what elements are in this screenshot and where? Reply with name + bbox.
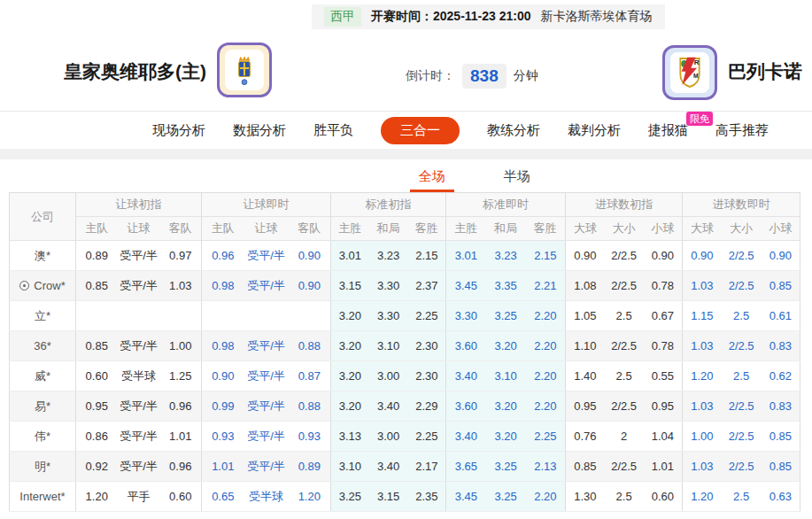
odds-cell: 1.04 (644, 422, 683, 452)
group-header-goals-initial: 进球数初指 (566, 193, 683, 217)
table-row: 伟*0.86受平/半1.010.93受平/半0.933.133.002.253.… (10, 422, 800, 452)
odds-cell: 2.35 (408, 482, 446, 512)
odds-cell: 3.35 (486, 271, 526, 301)
odds-cell (244, 301, 289, 331)
tab-half-match[interactable]: 半场 (495, 163, 539, 192)
company-cell[interactable]: Crow* (10, 271, 76, 301)
odds-cell: 3.40 (446, 422, 486, 452)
odds-cell: 2/2.5 (605, 331, 644, 361)
odds-cell: 0.96 (160, 452, 202, 482)
column-header: 小球 (762, 217, 800, 241)
odds-cell: 受平/半 (118, 391, 160, 422)
odds-cell: 0.88 (289, 391, 331, 422)
odds-cell: 0.85 (762, 271, 800, 301)
group-header-standard-initial: 标准初指 (331, 193, 446, 217)
venue-name: 新卡洛斯蒂埃体育场 (541, 9, 653, 25)
odds-cell: 1.03 (683, 452, 722, 482)
table-row: Crow*0.85受平/半1.030.98受平/半0.903.153.302.3… (10, 271, 800, 301)
odds-cell: 受半球 (118, 361, 160, 391)
odds-cell: 受平/半 (244, 241, 289, 271)
odds-cell: 3.40 (369, 391, 408, 422)
tab-win-draw-lose[interactable]: 胜平负 (313, 122, 353, 139)
odds-cell: 0.61 (762, 301, 800, 331)
odds-cell: 0.95 (644, 391, 683, 422)
odds-cell: 3.25 (331, 482, 369, 512)
odds-cell: 受平/半 (118, 422, 160, 452)
odds-cell (118, 301, 160, 331)
odds-cell: 受平/半 (244, 331, 289, 361)
odds-cell: 3.20 (331, 331, 369, 361)
divider-band (0, 149, 812, 159)
odds-cell: 0.93 (289, 422, 331, 452)
odds-cell: 3.10 (486, 361, 526, 391)
company-cell[interactable]: 立* (10, 301, 76, 331)
odds-cell: 3.25 (486, 452, 526, 482)
countdown-value: 838 (462, 64, 507, 89)
odds-cell: 3.65 (446, 452, 486, 482)
home-crest-icon (230, 53, 259, 87)
tab-jiebao-cat-label: 捷报猫 (648, 122, 688, 137)
company-cell[interactable]: 36* (10, 331, 76, 361)
home-team-crest (217, 43, 272, 97)
odds-cell: 1.05 (566, 301, 605, 331)
odds-cell: 2.13 (526, 452, 566, 482)
league-badge[interactable]: 西甲 (324, 7, 361, 27)
tab-referee-analysis[interactable]: 裁判分析 (568, 122, 621, 139)
limited-free-badge: 限免 (686, 112, 713, 126)
group-header-goals-live: 进球数即时 (683, 193, 800, 217)
company-cell[interactable]: 澳* (10, 241, 76, 271)
column-header: 客队 (160, 217, 202, 241)
odds-cell: 0.89 (76, 241, 118, 271)
odds-cell: 2.17 (408, 452, 446, 482)
company-cell[interactable]: 威* (10, 361, 76, 391)
odds-cell: 0.90 (644, 241, 683, 271)
odds-cell: 1.10 (566, 331, 605, 361)
odds-cell: 0.90 (289, 271, 331, 301)
tab-three-in-one[interactable]: 三合一 (381, 117, 460, 144)
odds-cell: 2/2.5 (605, 452, 644, 482)
company-cell[interactable]: 易* (10, 391, 76, 422)
odds-cell: 0.90 (289, 241, 331, 271)
odds-cell: 0.87 (289, 361, 331, 391)
company-cell[interactable]: Interwet* (10, 482, 76, 512)
odds-cell: 0.60 (644, 482, 683, 512)
odds-cell: 2/2.5 (722, 422, 762, 452)
odds-cell: 1.08 (566, 271, 605, 301)
match-info-bar: 西甲 开赛时间：2025-11-23 21:00 新卡洛斯蒂埃体育场 (312, 4, 665, 29)
odds-cell: 3.00 (369, 422, 408, 452)
odds-cell: 受平/半 (118, 331, 160, 361)
odds-cell (76, 301, 118, 331)
odds-cell: 3.30 (369, 301, 408, 331)
company-cell[interactable]: 伟* (10, 422, 76, 452)
tab-expert-picks[interactable]: 高手推荐 (715, 122, 769, 139)
tab-jiebao-cat[interactable]: 捷报猫 限免 (648, 122, 688, 139)
odds-cell: 受平/半 (244, 271, 289, 301)
tab-full-match[interactable]: 全场 (410, 163, 454, 192)
odds-cell: 平手 (118, 482, 160, 512)
odds-cell: 1.01 (160, 422, 202, 452)
odds-cell: 2/2.5 (605, 271, 644, 301)
scope-tabs: 全场 半场 (0, 159, 812, 192)
column-header: 大小 (722, 217, 762, 241)
odds-cell: 1.20 (76, 482, 118, 512)
kickoff-value: 2025-11-23 21:00 (433, 9, 531, 23)
odds-cell: 1.20 (683, 482, 722, 512)
column-header: 让球 (118, 217, 160, 241)
odds-cell: 0.83 (762, 391, 800, 422)
column-header: 主队 (76, 217, 118, 241)
odds-cell: 0.96 (202, 241, 244, 271)
odds-cell: 2/2.5 (722, 452, 762, 482)
odds-cell: 2/2.5 (605, 241, 644, 271)
odds-cell: 3.23 (486, 241, 526, 271)
tab-live-analysis[interactable]: 现场分析 (152, 122, 205, 139)
tab-data-analysis[interactable]: 数据分析 (233, 122, 286, 139)
odds-cell: 0.93 (202, 422, 244, 452)
odds-cell: 3.30 (446, 301, 486, 331)
company-cell[interactable]: 明* (10, 452, 76, 482)
home-crest-background (225, 50, 264, 90)
odds-cell: 3.25 (486, 482, 526, 512)
ball-icon (19, 281, 29, 290)
tab-coach-analysis[interactable]: 教练分析 (487, 122, 540, 139)
column-header: 客队 (289, 217, 331, 241)
odds-cell: 2/2.5 (722, 391, 762, 422)
